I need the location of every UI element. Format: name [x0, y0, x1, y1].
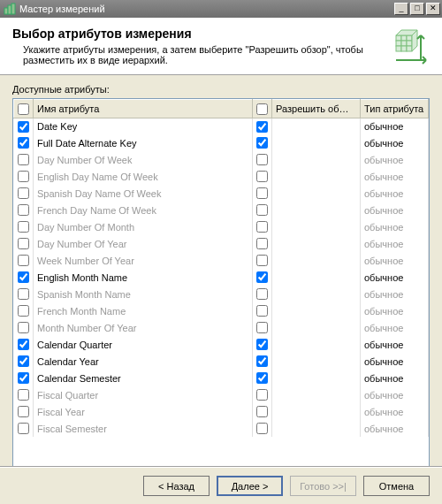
- attribute-name-cell[interactable]: Calendar Year: [34, 353, 253, 370]
- header-browse-all[interactable]: [253, 100, 272, 118]
- header-name[interactable]: Имя атрибута: [34, 100, 253, 118]
- header-browse[interactable]: Разрешить об…: [272, 100, 361, 118]
- table-row[interactable]: Fiscal Semesterобычное: [14, 420, 429, 437]
- attribute-name-cell[interactable]: Calendar Quarter: [34, 336, 253, 353]
- browse-all-checkbox[interactable]: [256, 103, 268, 115]
- attribute-name-cell[interactable]: English Month Name: [34, 269, 253, 286]
- row-enable-checkbox[interactable]: [18, 137, 29, 149]
- attribute-name-cell[interactable]: Fiscal Semester: [34, 420, 253, 437]
- row-enable-checkbox[interactable]: [18, 271, 29, 283]
- table-row[interactable]: Fiscal Yearобычное: [14, 403, 429, 420]
- table-row[interactable]: Calendar Semesterобычное: [14, 370, 429, 386]
- row-browse-checkbox[interactable]: [256, 171, 268, 182]
- row-enable-checkbox[interactable]: [18, 355, 29, 367]
- table-row[interactable]: French Month Nameобычное: [14, 302, 429, 319]
- attribute-type-cell[interactable]: обычное: [361, 151, 429, 168]
- attribute-name-cell[interactable]: English Day Name Of Week: [34, 168, 253, 185]
- attribute-type-cell[interactable]: обычное: [361, 218, 429, 235]
- header-select-all[interactable]: [14, 100, 34, 118]
- attribute-name-cell[interactable]: Full Date Alternate Key: [34, 134, 253, 151]
- attribute-type-cell[interactable]: обычное: [361, 286, 429, 302]
- attribute-name-cell[interactable]: Week Number Of Year: [34, 252, 253, 269]
- cancel-button[interactable]: Отмена: [363, 476, 430, 496]
- attribute-name-cell[interactable]: Month Number Of Year: [34, 319, 253, 336]
- attribute-type-cell[interactable]: обычное: [361, 252, 429, 269]
- row-enable-checkbox[interactable]: [18, 238, 29, 249]
- attribute-name-cell[interactable]: Day Number Of Week: [34, 151, 253, 168]
- attribute-type-cell[interactable]: обычное: [361, 302, 429, 319]
- attribute-type-cell[interactable]: обычное: [361, 202, 429, 218]
- table-row[interactable]: French Day Name Of Weekобычное: [14, 202, 429, 218]
- attribute-name-cell[interactable]: Date Key: [34, 118, 253, 134]
- select-all-checkbox[interactable]: [18, 103, 29, 115]
- attribute-type-cell[interactable]: обычное: [361, 118, 429, 134]
- row-enable-checkbox[interactable]: [18, 288, 29, 300]
- row-enable-checkbox[interactable]: [18, 221, 29, 233]
- table-row[interactable]: Full Date Alternate Keyобычное: [14, 134, 429, 151]
- row-browse-checkbox[interactable]: [256, 288, 268, 300]
- row-enable-checkbox[interactable]: [18, 423, 29, 434]
- header-type[interactable]: Тип атрибута: [361, 100, 429, 118]
- row-enable-checkbox[interactable]: [18, 187, 29, 199]
- attribute-name-cell[interactable]: Fiscal Year: [34, 403, 253, 420]
- attribute-name-cell[interactable]: Day Number Of Month: [34, 218, 253, 235]
- row-browse-checkbox[interactable]: [256, 271, 268, 283]
- table-row[interactable]: Day Number Of Yearобычное: [14, 235, 429, 252]
- attribute-type-cell[interactable]: обычное: [361, 134, 429, 151]
- attribute-type-cell[interactable]: обычное: [361, 269, 429, 286]
- row-browse-checkbox[interactable]: [256, 255, 268, 266]
- attribute-type-cell[interactable]: обычное: [361, 336, 429, 353]
- table-row[interactable]: Calendar Yearобычное: [14, 353, 429, 370]
- attribute-type-cell[interactable]: обычное: [361, 319, 429, 336]
- attribute-type-cell[interactable]: обычное: [361, 185, 429, 202]
- table-row[interactable]: English Month Nameобычное: [14, 269, 429, 286]
- back-button[interactable]: < Назад: [143, 476, 210, 496]
- attribute-name-cell[interactable]: Spanish Month Name: [34, 286, 253, 302]
- attribute-type-cell[interactable]: обычное: [361, 370, 429, 386]
- row-enable-checkbox[interactable]: [18, 121, 29, 133]
- attribute-type-cell[interactable]: обычное: [361, 353, 429, 370]
- row-browse-checkbox[interactable]: [256, 221, 268, 233]
- row-browse-checkbox[interactable]: [256, 238, 268, 249]
- row-enable-checkbox[interactable]: [18, 322, 29, 333]
- attribute-name-cell[interactable]: Spanish Day Name Of Week: [34, 185, 253, 202]
- row-browse-checkbox[interactable]: [256, 389, 268, 401]
- table-row[interactable]: Spanish Day Name Of Weekобычное: [14, 185, 429, 202]
- row-browse-checkbox[interactable]: [256, 355, 268, 367]
- row-browse-checkbox[interactable]: [256, 322, 268, 333]
- attribute-name-cell[interactable]: French Month Name: [34, 302, 253, 319]
- row-enable-checkbox[interactable]: [18, 204, 29, 216]
- row-enable-checkbox[interactable]: [18, 171, 29, 182]
- row-browse-checkbox[interactable]: [256, 187, 268, 199]
- table-row[interactable]: English Day Name Of Weekобычное: [14, 168, 429, 185]
- attribute-type-cell[interactable]: обычное: [361, 403, 429, 420]
- row-enable-checkbox[interactable]: [18, 389, 29, 401]
- row-browse-checkbox[interactable]: [256, 204, 268, 216]
- row-browse-checkbox[interactable]: [256, 406, 268, 417]
- row-enable-checkbox[interactable]: [18, 372, 29, 384]
- table-row[interactable]: Day Number Of Weekобычное: [14, 151, 429, 168]
- table-row[interactable]: Week Number Of Yearобычное: [14, 252, 429, 269]
- row-enable-checkbox[interactable]: [18, 406, 29, 417]
- row-browse-checkbox[interactable]: [256, 372, 268, 384]
- table-row[interactable]: Day Number Of Monthобычное: [14, 218, 429, 235]
- table-row[interactable]: Month Number Of Yearобычное: [14, 319, 429, 336]
- row-browse-checkbox[interactable]: [256, 339, 268, 350]
- row-browse-checkbox[interactable]: [256, 423, 268, 434]
- attribute-name-cell[interactable]: Day Number Of Year: [34, 235, 253, 252]
- attribute-name-cell[interactable]: Calendar Semester: [34, 370, 253, 386]
- attribute-type-cell[interactable]: обычное: [361, 168, 429, 185]
- table-row[interactable]: Fiscal Quarterобычное: [14, 386, 429, 403]
- table-row[interactable]: Spanish Month Nameобычное: [14, 286, 429, 302]
- row-browse-checkbox[interactable]: [256, 305, 268, 317]
- row-browse-checkbox[interactable]: [256, 137, 268, 149]
- minimize-button[interactable]: _: [394, 3, 408, 15]
- next-button[interactable]: Далее >: [217, 476, 283, 496]
- row-enable-checkbox[interactable]: [18, 339, 29, 350]
- row-enable-checkbox[interactable]: [18, 305, 29, 317]
- attribute-name-cell[interactable]: Fiscal Quarter: [34, 386, 253, 403]
- row-enable-checkbox[interactable]: [18, 255, 29, 266]
- attribute-type-cell[interactable]: обычное: [361, 386, 429, 403]
- close-button[interactable]: ✕: [426, 3, 440, 15]
- attribute-name-cell[interactable]: French Day Name Of Week: [34, 202, 253, 218]
